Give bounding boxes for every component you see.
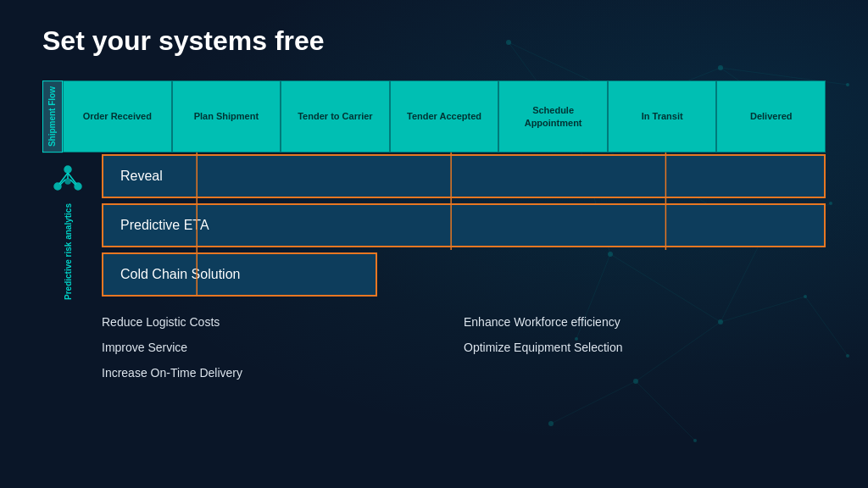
reveal-label: Reveal — [120, 169, 163, 184]
benefits-left-col: Reduce Logistic Costs Improve Service In… — [102, 315, 464, 380]
predictive-eta-label: Predictive ETA — [120, 218, 209, 233]
cold-chain-bar: Cold Chain Solution — [102, 252, 377, 297]
analytics-left-panel: Predictive risk analytics — [42, 154, 93, 302]
network-nodes-icon — [51, 163, 85, 200]
shipment-flow-bar: Shipment Flow Order Received Plan Shipme… — [42, 80, 826, 152]
step-delivered: Delivered — [716, 80, 826, 152]
main-content: Set your systems free Shipment Flow Orde… — [0, 0, 868, 396]
step-schedule-appt: Schedule Appointment — [498, 80, 608, 152]
step-plan-shipment: Plan Shipment — [172, 80, 281, 152]
svg-point-35 — [64, 166, 71, 173]
step-in-transit: In Transit — [608, 80, 717, 152]
benefit-workforce: Enhance Workforce efficiency — [464, 315, 826, 329]
reveal-bar: Reveal — [102, 154, 826, 198]
bars-area: Reveal Predictive ETA Cold Chain Solutio… — [93, 154, 826, 302]
analytics-label: Predictive risk analytics — [63, 203, 74, 300]
cold-chain-label: Cold Chain Solution — [120, 267, 240, 282]
predictive-eta-row: Predictive ETA — [102, 203, 826, 247]
step-tender-accepted: Tender Accepted — [390, 80, 499, 152]
benefit-on-time: Increase On-Time Delivery — [102, 366, 464, 380]
step-order-received: Order Received — [63, 80, 172, 152]
predictive-eta-bar: Predictive ETA — [102, 203, 826, 247]
cold-chain-row: Cold Chain Solution — [102, 252, 826, 297]
diagram-area: Predictive risk analytics Reveal — [42, 154, 826, 302]
benefits-right-col: Enhance Workforce efficiency Optimize Eq… — [464, 315, 826, 380]
svg-point-38 — [65, 179, 70, 184]
benefit-reduce-costs: Reduce Logistic Costs — [102, 315, 464, 329]
benefit-equipment: Optimize Equipment Selection — [464, 341, 826, 354]
benefits-area: Reduce Logistic Costs Improve Service In… — [42, 315, 826, 380]
svg-point-34 — [693, 439, 697, 442]
benefit-improve-service: Improve Service — [102, 341, 464, 354]
page-title: Set your systems free — [42, 25, 826, 57]
step-tender-carrier: Tender to Carrier — [281, 80, 390, 152]
shipment-steps: Order Received Plan Shipment Tender to C… — [63, 80, 826, 152]
svg-point-32 — [548, 421, 554, 426]
reveal-row: Reveal — [102, 154, 826, 198]
shipment-flow-label: Shipment Flow — [42, 80, 63, 152]
